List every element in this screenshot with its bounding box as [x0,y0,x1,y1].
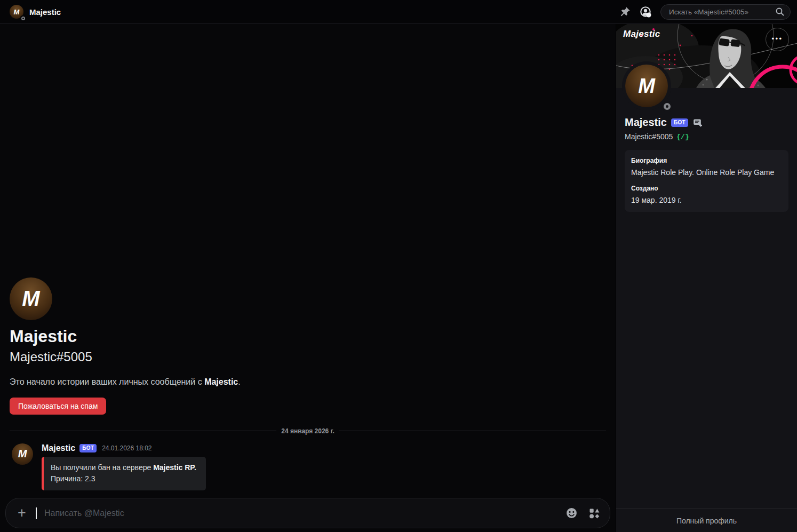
full-profile-link[interactable]: Полный профиль [616,509,797,532]
welcome-intro-text: Это начало истории ваших личных сообщени… [10,377,607,387]
profile-user-tag: Majestic#5005 [625,132,673,141]
welcome-avatar: M [10,277,52,320]
add-app-icon[interactable] [692,117,703,128]
message-header: Majestic БОТ 24.01.2026 18:02 [42,443,206,453]
user-profile-toggle-icon[interactable] [640,6,652,18]
bot-badge: БОТ [79,444,97,452]
about-card: Биография Majestic Role Play. Online Rol… [625,150,788,212]
search-icon[interactable] [775,7,785,17]
message-avatar-letter: M [18,448,27,460]
message-input[interactable] [43,508,559,519]
bot-badge: БОТ [671,118,688,127]
embed-line1-bold: Majestic RP [153,463,194,472]
channel-avatar: M [10,5,23,19]
profile-display-name: Majestic [625,116,667,129]
welcome-intro-prefix: Это начало истории ваших личных сообщени… [10,377,204,386]
search-box[interactable] [660,4,791,20]
attach-plus-icon[interactable]: + [14,506,29,520]
offline-status-icon [21,17,25,20]
message-composer[interactable]: + [5,498,610,528]
channel-info: M Majestic [10,5,61,19]
date-divider-label: 24 января 2026 г. [276,427,339,435]
pin-icon[interactable] [619,6,631,18]
profile-name-row: Majestic БОТ [625,116,788,129]
banner-majestic-logo: Majestic [623,29,660,39]
discord-dm-window: M Majestic [0,0,797,532]
embed-line-2: Причина: 2.3 [51,473,196,485]
text-caret [36,507,37,519]
channel-header: M Majestic [0,0,797,24]
profile-tag-row: Majestic#5005 {/} [625,132,788,141]
created-label: Создано [631,185,782,192]
embed-line-1: Вы получили бан на сервере Majestic RP. [51,462,196,474]
divider-line-left [10,431,276,431]
banner-logo-dot [652,28,655,30]
message-scroll-area[interactable]: M Majestic Majestic#5005 Это начало исто… [0,24,616,496]
profile-body: Majestic БОТ Majestic#5005 {/} [616,110,797,509]
bio-label: Биография [631,157,782,164]
message-embed: Вы получили бан на сервере Majestic RP. … [42,457,206,490]
date-divider: 24 января 2026 г. [10,427,606,435]
welcome-display-name: Majestic [10,327,607,346]
created-value: 19 мар. 2019 г. [631,196,782,204]
report-spam-button[interactable]: Пожаловаться на спам [10,398,106,415]
slash-commands-badge: {/} [676,133,689,141]
welcome-intro-bold-name: Majestic [204,377,238,386]
message-body: Majestic БОТ 24.01.2026 18:02 Вы получил… [42,443,206,490]
divider-line-right [339,431,606,431]
search-input[interactable] [668,7,772,17]
chat-message: M Majestic БОТ 24.01.2026 18:02 Вы получ… [9,443,607,490]
message-timestamp: 24.01.2026 18:02 [102,444,152,452]
dm-welcome-block: M Majestic Majestic#5005 Это начало исто… [9,277,607,415]
offline-status-icon [664,103,671,110]
message-avatar[interactable]: M [12,443,33,465]
emoji-icon[interactable] [565,507,578,519]
message-author-name[interactable]: Majestic [42,443,75,453]
channel-avatar-letter: M [14,8,20,16]
bio-text: Majestic Role Play. Online Role Play Gam… [631,168,782,177]
composer-icons [565,507,600,519]
profile-avatar-letter: M [638,75,655,98]
apps-icon[interactable] [588,507,600,519]
banner-logo-text: Majestic [623,29,660,39]
header-toolbar [619,4,791,20]
embed-line1-prefix: Вы получили бан на сервере [51,463,153,472]
welcome-user-tag: Majestic#5005 [10,350,607,364]
profile-avatar-ring[interactable]: M [622,61,671,110]
profile-avatar: M [625,65,668,107]
more-options-icon[interactable]: ••• [766,28,789,51]
welcome-avatar-letter: M [22,287,39,311]
welcome-intro-suffix: . [238,377,240,386]
channel-title: Majestic [29,7,61,17]
user-profile-panel: Majestic ••• M Majestic БОТ [616,24,797,532]
chat-area: M Majestic Majestic#5005 Это начало исто… [0,24,616,532]
embed-line1-suffix: . [194,463,196,472]
